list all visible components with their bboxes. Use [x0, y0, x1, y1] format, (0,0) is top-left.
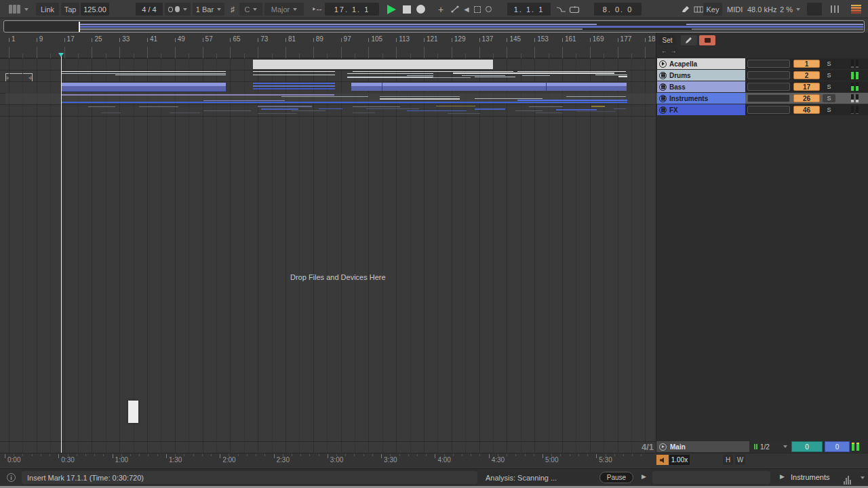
clip[interactable] [462, 75, 505, 76]
track-row[interactable]: Instruments 26 S [656, 93, 868, 104]
clip[interactable] [61, 71, 226, 73]
clip[interactable] [353, 113, 375, 113]
draw-automation-button[interactable] [681, 35, 697, 45]
arrangement-overview[interactable] [3, 20, 865, 33]
main-quantize-menu[interactable]: 1/2 [751, 441, 790, 452]
clip[interactable] [517, 71, 626, 73]
track-fold-icon[interactable] [659, 72, 667, 79]
clip[interactable] [595, 75, 627, 75]
track-row[interactable]: Bass 17 S [656, 81, 868, 92]
follow-button[interactable]: ‣-- [311, 3, 323, 16]
loop-switch-button[interactable] [482, 3, 495, 16]
clip[interactable] [253, 85, 335, 87]
main-unfold-icon[interactable] [659, 443, 667, 451]
clip[interactable] [556, 109, 597, 110]
track-name-cell[interactable]: Instruments [657, 93, 745, 104]
clip[interactable] [529, 106, 563, 107]
phase-nudge-down-button[interactable] [111, 3, 121, 16]
track-row[interactable]: FX 46 S [656, 104, 868, 115]
histogram-caret-icon[interactable] [861, 476, 865, 479]
clip[interactable] [380, 98, 460, 100]
loop-length-field[interactable]: 8. 0. 0 [594, 3, 642, 16]
clip[interactable] [475, 108, 505, 110]
playback-speed-field[interactable]: 1.00x [669, 455, 690, 465]
track-control-box[interactable] [747, 83, 790, 91]
tap-tempo-button[interactable]: Tap [61, 3, 79, 16]
clip[interactable] [281, 96, 368, 97]
clip[interactable] [614, 108, 626, 109]
track-solo-button[interactable]: S [823, 94, 835, 102]
quantize-menu[interactable]: 1 Bar [193, 3, 224, 16]
clip[interactable] [170, 113, 200, 113]
clip[interactable] [353, 71, 513, 73]
track-control-box[interactable] [747, 106, 790, 114]
track-input-number[interactable]: 26 [793, 94, 820, 102]
clip[interactable] [139, 106, 178, 107]
record-button[interactable] [413, 3, 429, 16]
metronome-button[interactable] [165, 3, 191, 16]
track-control-box[interactable] [747, 60, 790, 68]
next-locator-button[interactable]: → [669, 47, 677, 55]
clip[interactable] [115, 75, 226, 75]
clip[interactable] [366, 108, 419, 109]
clip[interactable] [253, 60, 493, 69]
clip[interactable] [432, 77, 471, 78]
clip[interactable] [407, 75, 433, 76]
clip[interactable] [61, 73, 226, 74]
track-fold-icon[interactable] [659, 83, 667, 91]
capture-midi-button[interactable]: + [435, 3, 447, 16]
main-track-header[interactable]: Main [656, 441, 749, 452]
clip[interactable] [61, 91, 226, 92]
clip[interactable] [351, 86, 627, 91]
arrangement-position-field[interactable]: 17. 1. 1 [325, 3, 379, 16]
track-input-number[interactable]: 46 [793, 106, 820, 114]
clip[interactable] [453, 73, 614, 74]
scale-name-menu[interactable]: Major [264, 3, 304, 16]
track-solo-button[interactable]: S [823, 106, 835, 114]
clip[interactable] [517, 100, 627, 101]
clip[interactable] [253, 83, 335, 84]
time-signature-field[interactable]: 4 / 4 [136, 3, 163, 16]
loop-region-button[interactable] [566, 3, 583, 16]
main-volume-field[interactable]: 0 [825, 441, 850, 452]
clip[interactable] [448, 113, 480, 114]
clip[interactable] [102, 113, 121, 113]
clip[interactable] [380, 96, 460, 97]
clip[interactable] [61, 94, 334, 96]
clip[interactable] [353, 106, 400, 107]
track-row[interactable]: Acapella 1 S [656, 58, 868, 69]
track-input-number[interactable]: 1 [793, 60, 820, 68]
track-solo-button[interactable]: S [823, 71, 835, 79]
track-fold-icon[interactable] [659, 95, 667, 102]
histogram-icon[interactable] [844, 472, 852, 482]
track-input-number[interactable]: 17 [793, 83, 820, 91]
track-input-number[interactable]: 2 [793, 71, 820, 79]
prev-locator-button[interactable]: ← [660, 47, 668, 55]
clip[interactable] [591, 106, 605, 107]
clip[interactable] [253, 88, 335, 89]
clip[interactable] [576, 111, 616, 112]
track-solo-button[interactable]: S [823, 83, 835, 91]
dragged-clip-ghost[interactable] [128, 401, 138, 423]
main-cue-volume-field[interactable]: 0 [791, 441, 823, 452]
loop-start-field[interactable]: 1. 1. 1 [507, 3, 551, 16]
clip[interactable] [347, 77, 433, 78]
midi-map-button[interactable]: MIDI [724, 3, 746, 16]
clip[interactable] [253, 75, 335, 75]
clip[interactable] [88, 106, 115, 107]
clip[interactable] [382, 83, 382, 91]
control-surface-icon[interactable] [5, 3, 32, 16]
info-icon[interactable]: i [7, 473, 16, 482]
clip[interactable] [475, 77, 515, 77]
clip[interactable] [546, 83, 547, 91]
resume-arrow-icon[interactable]: ▶ [642, 473, 646, 480]
clip[interactable] [261, 108, 298, 110]
track-name-cell[interactable]: FX [657, 104, 745, 115]
clip[interactable] [522, 75, 550, 76]
cpu-load-display[interactable]: 2 % [776, 3, 804, 16]
scale-mode-icon[interactable]: ♯ [227, 3, 238, 16]
clip[interactable] [618, 76, 627, 77]
track-height-button[interactable]: H [723, 455, 733, 465]
clip[interactable] [258, 106, 312, 107]
track-control-box[interactable] [747, 71, 790, 79]
